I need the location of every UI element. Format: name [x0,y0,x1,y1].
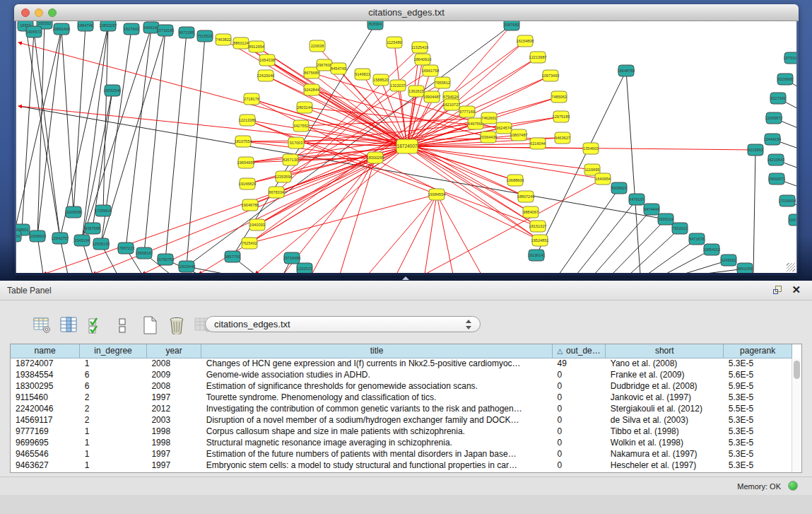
table-cell[interactable]: 2 [80,414,147,426]
table-cell[interactable]: 2008 [146,358,201,369]
table-cell[interactable]: 22420046 [11,403,80,414]
table-cell[interactable]: Franke et al. (2009) [606,369,724,380]
table-cell[interactable]: 5.3E-5 [724,460,792,471]
table-cell[interactable]: Changes of HCN gene expression and I(f) … [201,358,553,369]
table-cell[interactable]: 5.3E-5 [724,426,792,437]
table-row[interactable]: 1830029562008Estimation of significance … [11,380,792,392]
table-row[interactable]: 1456911722003Disruption of a novel membe… [11,414,792,426]
table-row[interactable]: 946362711997Embryonic stem cells: a mode… [11,460,792,471]
split-pane-handle[interactable] [402,276,409,280]
table-cell[interactable]: Estimation of the future numbers of pati… [201,448,553,460]
table-cell[interactable]: Tibbo et al. (1998) [606,426,724,437]
delete-icon[interactable] [167,316,186,335]
table-cell[interactable]: 2012 [146,403,201,414]
table-row[interactable]: 1872400712008Changes of HCN gene express… [11,358,792,369]
citation-network-graph[interactable]: 1895320533219055722069140618847461085328… [16,21,797,273]
table-row[interactable]: 969969511998Structural magnetic resonanc… [11,437,792,448]
table-cell[interactable]: 5.6E-5 [724,369,792,380]
table-cell[interactable]: Jankovic et al. (1997) [606,392,724,403]
table-cell[interactable]: 0 [552,403,605,414]
column-header-out_de[interactable]: △ out_de… [552,344,605,358]
table-cell[interactable]: 0 [552,414,605,426]
table-cell[interactable]: 14569117 [11,414,80,426]
unselect-all-icon[interactable] [113,316,132,335]
float-panel-icon[interactable] [773,286,782,295]
new-table-icon[interactable] [140,316,159,335]
column-header-name[interactable]: name [11,344,80,358]
table-chooser-dropdown[interactable]: citations_edges.txt [205,316,481,332]
table-cell[interactable]: 0 [552,369,605,380]
table-cell[interactable]: 5.9E-5 [724,380,792,392]
select-all-icon[interactable] [86,316,105,335]
table-cell[interactable]: 18300295 [11,380,80,392]
table-cell[interactable]: 5.3E-5 [724,392,792,403]
table-cell[interactable]: 1997 [146,392,201,403]
table-cell[interactable]: Estimation of significance thresholds fo… [201,380,553,392]
table-cell[interactable]: 9465546 [11,448,80,460]
table-cell[interactable]: 1 [80,358,147,369]
table-header-row[interactable]: namein_degreeyeartitle△ out_de…shortpage… [11,344,792,358]
table-cell[interactable]: Corpus callosum shape and size in male p… [201,426,553,437]
table-cell[interactable]: 2003 [146,414,201,426]
table-cell[interactable]: 0 [552,392,605,403]
table-cell[interactable]: Tourette syndrome. Phenomenology and cla… [201,392,553,403]
table-cell[interactable]: 9463627 [11,460,80,471]
table-cell[interactable]: 2008 [146,380,201,392]
table-cell[interactable]: 5.3E-5 [724,414,792,426]
column-header-in_degree[interactable]: in_degree [80,344,147,358]
table-cell[interactable]: Disruption of a novel member of a sodium… [201,414,553,426]
table-row[interactable]: 1938455462009Genome-wide association stu… [11,369,792,380]
table-cell[interactable]: 9699695 [11,437,80,448]
table-cell[interactable]: 0 [552,380,605,392]
network-canvas[interactable]: 1895320533219055722069140618847461085328… [16,21,797,273]
table-cell[interactable]: 2 [80,403,147,414]
table-cell[interactable]: 1997 [146,448,201,460]
table-cell[interactable]: Nakamura et al. (1997) [606,448,724,460]
table-cell[interactable]: 5.3E-5 [724,437,792,448]
close-panel-icon[interactable]: ✕ [792,284,801,296]
table-cell[interactable]: 1 [80,437,147,448]
table-cell[interactable]: 1 [80,448,147,460]
table-cell[interactable]: 1 [80,460,147,471]
table-cell[interactable]: 0 [552,426,605,437]
table-cell[interactable]: 1 [80,426,147,437]
table-cell[interactable]: 9115460 [11,392,80,403]
table-cell[interactable]: Genome-wide association studies in ADHD. [201,369,553,380]
table-cell[interactable]: Yano et al. (2008) [606,358,724,369]
table-cell[interactable]: Dudbridge et al. (2008) [606,380,724,392]
table-cell[interactable]: 0 [552,448,605,460]
table-cell[interactable]: 1997 [146,460,201,471]
table-cell[interactable]: 1998 [146,437,201,448]
node-table[interactable]: namein_degreeyeartitle△ out_de…shortpage… [11,344,792,471]
table-cell[interactable]: Investigating the contribution of common… [201,403,553,414]
table-cell[interactable]: Wolkin et al. (1998) [606,437,724,448]
table-cell[interactable]: 6 [80,380,147,392]
table-row[interactable]: 911546021997Tourette syndrome. Phenomeno… [11,392,792,403]
table-cell[interactable]: 6 [80,369,147,380]
table-row[interactable]: 2242004622012Investigating the contribut… [11,403,792,414]
table-cell[interactable]: Structural magnetic resonance image aver… [201,437,553,448]
memory-status-indicator-icon[interactable] [788,481,798,491]
column-header-title[interactable]: title [201,344,553,358]
table-cell[interactable]: 5.3E-5 [724,448,792,460]
table-row[interactable]: 977716911998Corpus callosum shape and si… [11,426,792,437]
table-cell[interactable]: 5.5E-5 [724,403,792,414]
table-cell[interactable]: 49 [552,358,605,369]
table-cell[interactable]: 0 [552,437,605,448]
network-window[interactable]: citations_edges.txt 18953205332190557220… [14,4,799,276]
table-cell[interactable]: 9777169 [11,426,80,437]
table-cell[interactable]: 0 [552,460,605,471]
table-cell[interactable]: 19384554 [11,369,80,380]
table-cell[interactable]: de Silva et al. (2003) [606,414,724,426]
table-cell[interactable]: Embryonic stem cells: a model to study s… [201,460,553,471]
table-cell[interactable]: 5.3E-5 [724,358,792,369]
window-resize-grip[interactable] [787,263,795,271]
table-cell[interactable]: 1998 [146,426,201,437]
column-visibility-icon[interactable] [59,316,78,335]
table-row[interactable]: 946554611997Estimation of the future num… [11,448,792,460]
table-cell[interactable]: 2009 [146,369,201,380]
column-header-year[interactable]: year [146,344,201,358]
table-scrollbar[interactable] [792,358,801,472]
column-header-short[interactable]: short [606,344,724,358]
table-cell[interactable]: 2 [80,392,147,403]
